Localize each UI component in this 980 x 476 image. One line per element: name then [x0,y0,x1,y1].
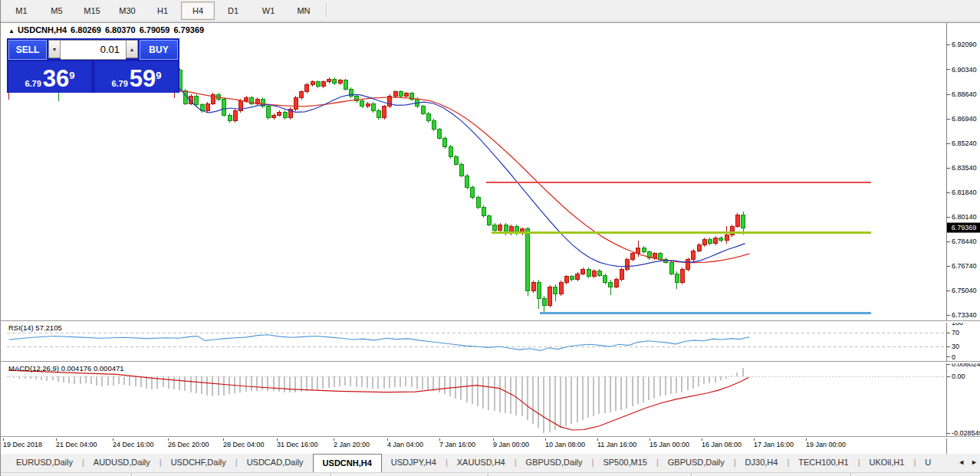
macd-histogram-bar [251,376,252,391]
macd-histogram-bar [543,376,544,433]
volume-input[interactable]: 0.01 [61,40,126,60]
macd-histogram-bar [173,376,175,389]
price-axis-label: 6.92090 [952,41,977,48]
chart-tab-tech100-h1[interactable]: TECH100,H1 [789,454,857,472]
time-axis-label: 31 Dec 16:00 [277,441,318,448]
candle-body [333,79,337,84]
tab-scroll-left-icon[interactable]: ◄ [958,457,965,468]
status-strip-separator [691,473,692,476]
candle-body [195,97,199,105]
macd-histogram-bar [278,376,280,392]
tab-scroll-right-icon[interactable]: ► [971,457,978,468]
volume-down-button[interactable]: ▼ [48,40,61,58]
macd-histogram-bar [344,376,346,386]
macd-histogram-bar [659,376,661,396]
candle-body [692,251,696,259]
chart-tab-usdcnh-h4[interactable]: USDCNH,H4 [313,454,382,472]
macd-histogram-bar [715,376,716,382]
macd-histogram-bar [30,376,31,379]
chart-marker-icon: ▲ [8,28,15,34]
macd-histogram-bar [449,376,451,396]
candle-body [421,107,425,113]
candle-body [459,164,463,176]
buy-price-display[interactable]: 6.79599 [95,61,178,93]
timeframe-button-d1[interactable]: D1 [216,2,250,20]
candle-body [366,103,370,107]
price-axis-label: 6.83540 [952,164,977,172]
macd-histogram-bar [626,376,627,409]
timeframe-button-m15[interactable]: M15 [75,2,109,20]
macd-histogram-bar [681,376,682,392]
timeframe-button-h4[interactable]: H4 [181,2,215,20]
macd-histogram-bar [587,376,589,418]
macd-histogram-bar [439,376,440,392]
candle-body [206,103,209,110]
candle-body [432,121,436,130]
chart-tab-audusd-daily[interactable]: AUDUSD,Daily [84,454,159,472]
candle-body [631,254,635,260]
price-axis-label: 6.85240 [952,140,977,147]
chart-client-area[interactable]: ▲USDCNH,H46.802696.803706.790596.79369 S… [1,22,980,454]
price-axis-label: 6.86940 [952,115,977,123]
candle-body [377,110,380,117]
price-axis-label: 6.81840 [952,189,977,196]
chart-tab-usdchf-daily[interactable]: USDCHF,Daily [162,454,235,472]
timeframe-button-m1[interactable]: M1 [5,2,38,20]
sell-price-display[interactable]: 6.79369 [8,61,91,93]
timeframe-button-w1[interactable]: W1 [252,2,285,20]
chart-tab-ukoil-h1[interactable]: UKOil,H1 [860,454,914,472]
chart-tab-sp500-m15[interactable]: SP500,M15 [594,454,656,472]
chart-tab-gbpusd-daily[interactable]: GBPUSD,Daily [659,454,734,472]
candle-body [272,115,276,118]
chart-tab-xauusd-h4[interactable]: XAUUSD,H4 [448,454,515,472]
chart-tab-dj30-h4[interactable]: DJ30,H4 [736,454,788,472]
timeframe-button-m5[interactable]: M5 [40,2,74,20]
chart-tab-eurusd-daily[interactable]: EURUSD,Daily [7,454,82,472]
candle-body [321,82,325,87]
macd-histogram-bar [482,376,484,409]
time-axis-label: 19 Dec 2018 [3,441,42,448]
volume-up-button[interactable]: ▲ [126,40,138,58]
macd-histogram-bar [179,376,180,390]
macd-histogram-bar [670,376,672,394]
timeframe-button-m30[interactable]: M30 [110,2,144,20]
macd-histogram-bar [35,376,37,379]
tab-scroll-arrows: ◄ ► [958,457,978,468]
macd-histogram-bar [593,376,594,416]
candle-body [597,271,601,275]
candle-body [625,259,629,269]
macd-histogram-bar [571,376,572,424]
panel-splitter-rsi[interactable] [1,320,980,323]
chart-tab-usdcad-daily[interactable]: USDCAD,Daily [238,454,313,472]
sell-button[interactable]: SELL [8,40,47,60]
status-strip-separator [850,473,852,476]
macd-histogram-bar [394,376,396,387]
price-axis-label: 6.75040 [952,287,977,294]
macd-histogram-bar [63,376,64,382]
macd-histogram-bar [46,376,48,381]
current-price-badge: 6.79369 [947,223,980,233]
chart-tab-u[interactable]: U [916,454,940,472]
chart-tab-gbpusd-daily[interactable]: GBPUSD,Daily [517,454,592,472]
candle-body [531,283,535,291]
macd-histogram-bar [212,376,213,396]
panel-splitter-macd[interactable] [1,361,980,363]
timeframe-button-mn[interactable]: MN [287,2,321,20]
macd-histogram-bar [334,376,335,387]
chart-tab-usdjpy-h4[interactable]: USDJPY,H4 [382,454,446,472]
buy-button[interactable]: BUY [140,40,178,60]
time-axis-label: 7 Jan 16:00 [439,441,475,448]
macd-histogram-bar [322,376,324,389]
candle-body [482,208,485,216]
macd-histogram-bar [13,376,15,378]
buy-price-sup: 9 [156,70,161,81]
timeframe-button-h1[interactable]: H1 [146,2,179,20]
spin-down-icon: ▼ [52,47,58,52]
rsi-axis-label: 30 [952,343,959,350]
time-axis-label: 17 Jan 16:00 [754,441,794,448]
macd-histogram-bar [284,376,285,392]
buy-price-base: 6.79 [111,79,127,88]
macd-histogram-bar [692,376,694,389]
time-axis-label: 10 Jan 08:00 [545,441,585,448]
candle-body [438,130,442,138]
